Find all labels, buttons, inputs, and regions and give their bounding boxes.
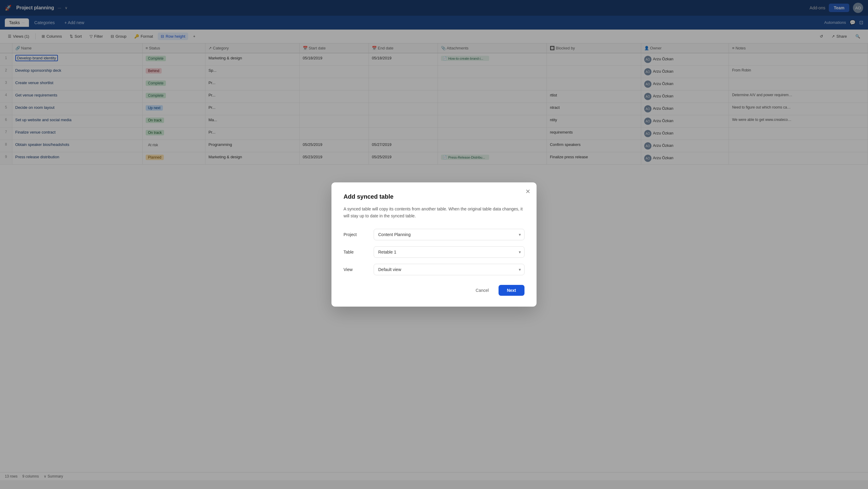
next-button[interactable]: Next: [499, 285, 525, 296]
modal-close-button[interactable]: ✕: [525, 188, 530, 194]
add-synced-table-modal: ✕ Add synced table A synced table will c…: [332, 183, 536, 306]
modal-project-field: Project Content Planning Project plannin…: [343, 229, 525, 240]
cancel-button[interactable]: Cancel: [470, 285, 495, 296]
modal-table-select[interactable]: Retable 1 Retable 2: [374, 246, 525, 258]
modal-overlay[interactable]: ✕ Add synced table A synced table will c…: [0, 0, 868, 480]
modal-project-select-wrapper: Content Planning Project planning Market…: [374, 229, 525, 240]
modal-view-select[interactable]: Default view Grid view Gallery view: [374, 264, 525, 275]
modal-project-label: Project: [343, 232, 374, 237]
modal-view-label: View: [343, 267, 374, 272]
modal-actions: Cancel Next: [343, 285, 525, 296]
modal-description: A synced table will copy its contents fr…: [343, 206, 525, 219]
modal-table-label: Table: [343, 250, 374, 255]
modal-view-field: View Default view Grid view Gallery view…: [343, 264, 525, 275]
modal-view-select-wrapper: Default view Grid view Gallery view ▾: [374, 264, 525, 275]
modal-project-select[interactable]: Content Planning Project planning Market…: [374, 229, 525, 240]
modal-table-field: Table Retable 1 Retable 2 ▾: [343, 246, 525, 258]
modal-title: Add synced table: [343, 193, 525, 200]
modal-table-select-wrapper: Retable 1 Retable 2 ▾: [374, 246, 525, 258]
